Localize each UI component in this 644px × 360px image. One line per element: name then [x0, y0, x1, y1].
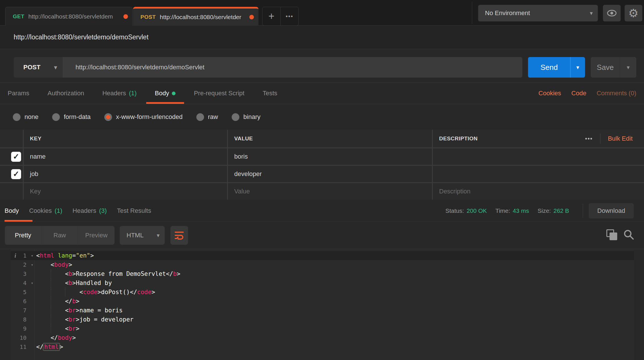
- table-options-button[interactable]: •••: [585, 135, 593, 142]
- send-options-button[interactable]: ▾: [570, 57, 585, 78]
- key-cell[interactable]: Key: [24, 183, 227, 200]
- tab-url-label: http://localhost:8080/servletdem: [28, 13, 121, 20]
- indent-guide-icon: [51, 324, 51, 333]
- environment-quick-look-button[interactable]: [603, 5, 621, 21]
- code-line: 5 <code>doPost()</code>: [11, 288, 634, 297]
- request-tab-get[interactable]: GET http://localhost:8080/servletdem: [5, 7, 133, 26]
- url-input[interactable]: http://localhost:8080/servletdemo/demoSe…: [63, 57, 522, 78]
- value-cell[interactable]: developer: [228, 166, 432, 182]
- tab-params[interactable]: Params: [8, 83, 29, 104]
- line-gutter[interactable]: i1▾: [11, 251, 34, 260]
- send-label: Send: [528, 57, 570, 78]
- line-number: 8: [23, 315, 27, 324]
- time-value: 43 ms: [513, 207, 529, 214]
- tab-label: Body: [155, 90, 169, 97]
- gear-icon: ⚙: [628, 7, 639, 20]
- copy-response-button[interactable]: [606, 229, 618, 241]
- description-cell[interactable]: [433, 166, 644, 182]
- line-gutter[interactable]: 11: [11, 342, 34, 351]
- comments-0-link[interactable]: Comments (0): [597, 90, 636, 97]
- request-links: CookiesCodeComments (0): [539, 83, 636, 104]
- value-cell[interactable]: boris: [228, 148, 432, 165]
- line-gutter[interactable]: 9: [11, 324, 34, 333]
- body-mode-none[interactable]: none: [13, 113, 38, 121]
- top-bar: GET http://localhost:8080/servletdem POS…: [0, 0, 644, 26]
- settings-button[interactable]: ⚙: [625, 5, 642, 21]
- search-response-button[interactable]: [623, 229, 635, 242]
- response-tab-cookies[interactable]: Cookies(1): [29, 200, 62, 222]
- url-value: http://localhost:8080/servletdemo/demoSe…: [76, 64, 204, 71]
- send-button[interactable]: Send ▾: [528, 57, 585, 78]
- description-label: DESCRIPTION: [439, 135, 478, 142]
- line-gutter[interactable]: 10: [11, 333, 34, 342]
- code-line: 10 </body>: [11, 333, 634, 342]
- code-tokens: <b>Handled by: [36, 280, 112, 286]
- code-line: 6 </b>: [11, 297, 634, 306]
- fold-caret-icon[interactable]: ▾: [31, 251, 33, 260]
- response-tab-test-results[interactable]: Test Results: [117, 200, 151, 222]
- code-editor[interactable]: i1▾<html lang="en">2▾ <body>3 <b>Respons…: [11, 249, 634, 360]
- row-enabled-checkbox[interactable]: ✓: [11, 152, 21, 162]
- description-cell[interactable]: Description: [433, 183, 644, 200]
- wrap-lines-button[interactable]: [170, 226, 188, 245]
- status-item: Status: 200 OK: [445, 207, 487, 214]
- tab-tests[interactable]: Tests: [263, 83, 277, 104]
- line-gutter[interactable]: 2▾: [11, 260, 34, 269]
- line-gutter[interactable]: 5: [11, 288, 34, 297]
- tab-body[interactable]: Body: [155, 83, 176, 104]
- wrap-text-icon: [174, 230, 184, 240]
- body-mode-form-data[interactable]: form-data: [52, 113, 91, 121]
- body-set-dot-icon: [172, 92, 176, 95]
- view-mode-pretty[interactable]: Pretty: [5, 226, 41, 245]
- line-gutter[interactable]: 8: [11, 315, 34, 324]
- line-gutter[interactable]: 3: [11, 269, 34, 278]
- view-mode-preview[interactable]: Preview: [78, 226, 115, 245]
- view-mode-raw[interactable]: Raw: [41, 226, 78, 245]
- method-selector[interactable]: POST ▾: [14, 57, 63, 78]
- indent-guide-icon: [65, 288, 65, 297]
- code-tokens: <body>: [36, 261, 72, 268]
- response-tabs-row: BodyCookies(1)Headers(3)Test Results Sta…: [0, 200, 644, 222]
- line-gutter[interactable]: 4▾: [11, 278, 34, 288]
- response-body-panel: i1▾<html lang="en">2▾ <body>3 <b>Respons…: [0, 249, 644, 360]
- url-builder-row: POST ▾ http://localhost:8080/servletdemo…: [0, 49, 644, 83]
- unsaved-changes-dot-icon: [123, 14, 128, 19]
- copy-icon: [610, 232, 617, 240]
- key-cell[interactable]: name: [24, 148, 227, 165]
- new-tab-button[interactable]: +: [262, 7, 280, 25]
- response-tab-headers[interactable]: Headers(3): [73, 200, 107, 222]
- row-enabled-checkbox[interactable]: ✓: [11, 169, 21, 179]
- code-link[interactable]: Code: [571, 90, 586, 97]
- bulk-edit-link[interactable]: Bulk Edit: [608, 135, 633, 142]
- size-item: Size: 262 B: [538, 207, 569, 214]
- response-tab-body[interactable]: Body: [5, 200, 19, 222]
- code-tokens: <br>: [36, 325, 80, 332]
- fold-caret-icon[interactable]: ▾: [31, 278, 33, 288]
- tab-authorization[interactable]: Authorization: [48, 83, 84, 104]
- tab-pre-request-script[interactable]: Pre-request Script: [194, 83, 244, 104]
- download-button[interactable]: Download: [589, 203, 634, 219]
- tab-actions-group: + •••: [262, 7, 299, 26]
- fold-caret-icon[interactable]: ▾: [31, 260, 33, 269]
- more-tabs-button[interactable]: •••: [280, 7, 298, 25]
- topbar-divider: [472, 2, 472, 24]
- tab-count-badge: (3): [99, 207, 107, 215]
- request-title: http://localhost:8080/servletdemo/demoSe…: [14, 33, 148, 41]
- request-tab-post-active[interactable]: POST http://localhost:8080/servletder: [133, 7, 258, 26]
- line-gutter[interactable]: 6: [11, 297, 34, 306]
- key-cell[interactable]: job: [24, 166, 227, 182]
- description-cell[interactable]: [433, 148, 644, 165]
- tab-label: Headers: [102, 90, 126, 97]
- language-selector[interactable]: HTML ▾: [120, 226, 165, 245]
- line-gutter[interactable]: 7: [11, 306, 34, 315]
- cookies-link[interactable]: Cookies: [539, 90, 561, 97]
- body-mode-raw[interactable]: raw: [196, 113, 218, 121]
- value-cell[interactable]: Value: [228, 183, 432, 200]
- tab-headers[interactable]: Headers(1): [102, 83, 136, 104]
- body-mode-binary[interactable]: binary: [232, 113, 260, 121]
- body-mode-x-www-form-urlencoded[interactable]: x-www-form-urlencoded: [104, 113, 183, 121]
- environment-selector[interactable]: No Environment ▾: [478, 5, 598, 21]
- save-options-button[interactable]: ▾: [620, 57, 636, 78]
- save-button[interactable]: Save ▾: [591, 57, 636, 78]
- radio-icon: [13, 113, 21, 121]
